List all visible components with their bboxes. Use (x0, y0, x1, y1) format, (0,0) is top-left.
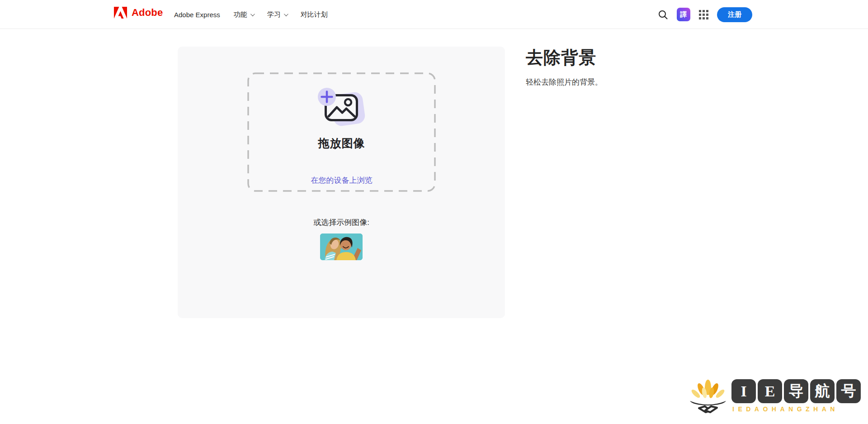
adobe-logo[interactable]: Adobe (114, 7, 163, 19)
tool-info-panel: 去除背景 轻松去除照片的背景。 (526, 46, 716, 87)
image-dropzone[interactable]: 拖放图像 在您的设备上浏览 (247, 72, 436, 192)
page: Adobe Adobe Express 功能 学习 对比计划 (0, 0, 868, 424)
seal-block: 导 (784, 379, 808, 403)
nav-item-compare-plans[interactable]: 对比计划 (301, 10, 328, 19)
search-icon[interactable] (658, 10, 668, 20)
translate-glyph: 譯 (680, 10, 687, 19)
seal-block: 号 (836, 379, 861, 403)
header-actions: 譯 注册 (658, 0, 752, 29)
seal-block: E (758, 379, 782, 403)
nav-label: 学习 (267, 10, 281, 19)
nav-item-features[interactable]: 功能 (234, 10, 254, 19)
nav-label: Adobe Express (174, 11, 220, 19)
upload-card: 拖放图像 在您的设备上浏览 或选择示例图像: (178, 47, 505, 318)
browse-device-link[interactable]: 在您的设备上浏览 (247, 175, 436, 186)
adobe-logo-text: Adobe (132, 7, 163, 19)
page-title: 去除背景 (526, 46, 716, 69)
nav-item-adobe-express[interactable]: Adobe Express (174, 11, 220, 19)
apps-grid-icon[interactable] (699, 10, 708, 19)
site-watermark: I E 导 航 号 IEDAOHANGZHAN (687, 376, 864, 419)
plus-icon (318, 88, 336, 106)
page-subtitle: 轻松去除照片的背景。 (526, 77, 716, 87)
sample-images-label: 或选择示例图像: (178, 217, 505, 228)
sample-photo-two-friends (320, 233, 363, 260)
add-image-icon (314, 86, 368, 129)
sample-image-thumbnail[interactable] (320, 233, 363, 260)
seal-block: 航 (810, 379, 835, 403)
watermark-seal-row: I E 导 航 号 (731, 379, 861, 403)
translate-extension-icon[interactable]: 譯 (677, 8, 690, 21)
main-nav: Adobe Express 功能 学习 对比计划 (174, 0, 328, 29)
seal-block: I (731, 379, 756, 403)
flame-handshake-icon (687, 376, 729, 420)
nav-item-learn[interactable]: 学习 (267, 10, 287, 19)
chevron-down-icon (250, 12, 255, 16)
chevron-down-icon (284, 12, 288, 16)
adobe-logo-icon (114, 7, 127, 19)
dropzone-title: 拖放图像 (247, 136, 436, 151)
top-nav-bar: Adobe Adobe Express 功能 学习 对比计划 (0, 0, 868, 29)
signup-button[interactable]: 注册 (717, 7, 752, 22)
nav-label: 功能 (234, 10, 247, 19)
nav-label: 对比计划 (301, 10, 328, 19)
watermark-subtext: IEDAOHANGZHAN (732, 405, 864, 413)
